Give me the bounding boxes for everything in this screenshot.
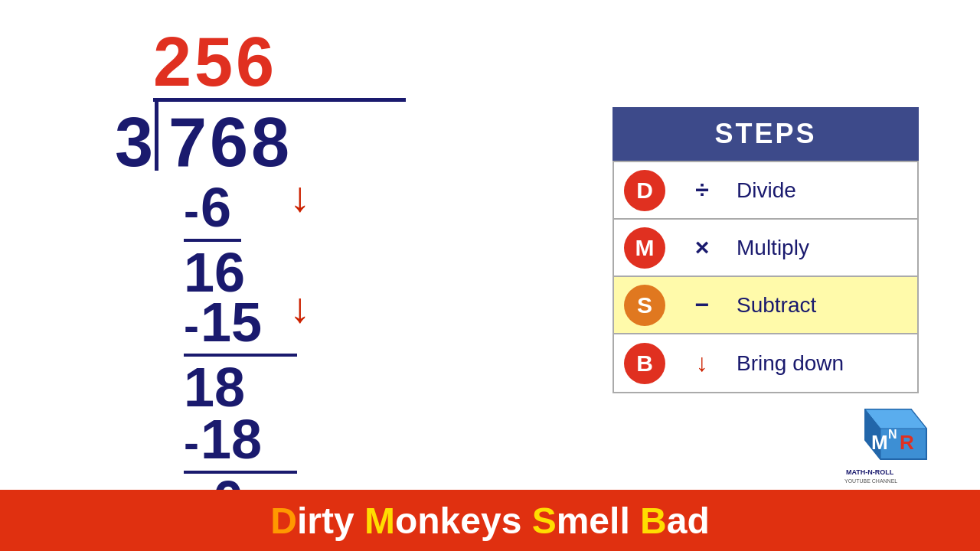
divisor: 3 xyxy=(115,103,153,182)
label-multiply: Multiply xyxy=(729,236,917,260)
circle-m: M xyxy=(624,227,665,269)
logo: M R N MATH-N-ROLL YOUTUBE CHANNEL xyxy=(842,394,934,486)
banner-d: D xyxy=(270,500,297,541)
steps-table: STEPS D ÷ Divide M × Multiply S − Subtra… xyxy=(612,107,919,393)
banner-s: S xyxy=(532,500,557,541)
step1-subtract: - 6 xyxy=(184,180,241,243)
steps-body: D ÷ Divide M × Multiply S − Subtract B ↓… xyxy=(612,161,919,393)
step-bring-down: B ↓ Bring down xyxy=(614,334,917,392)
step-multiply: M × Multiply xyxy=(614,220,917,277)
step3-subtract: - 1 5 xyxy=(184,295,297,358)
quotient: 256 xyxy=(153,23,277,102)
symbol-bring-down: ↓ xyxy=(675,349,729,377)
banner-monkeys: onkeys xyxy=(395,500,532,541)
step5-subtract: - 1 8 xyxy=(184,412,297,475)
svg-text:MATH-N-ROLL: MATH-N-ROLL xyxy=(846,468,894,476)
svg-text:M: M xyxy=(871,431,888,454)
logo-svg: M R N MATH-N-ROLL YOUTUBE CHANNEL xyxy=(842,394,934,486)
circle-s: S xyxy=(624,285,665,326)
circle-b: B xyxy=(624,343,665,384)
step-divide: D ÷ Divide xyxy=(614,162,917,220)
quotient-underline xyxy=(153,98,406,102)
division-bracket xyxy=(155,98,158,171)
bottom-banner: Dirty Monkeys Smell Bad xyxy=(0,490,980,551)
dividend: 768 xyxy=(168,103,292,182)
svg-text:R: R xyxy=(900,431,914,454)
banner-b: B xyxy=(640,500,667,541)
banner-bad: ad xyxy=(667,500,710,541)
arrow1: ↓ xyxy=(289,176,311,218)
symbol-multiply: × xyxy=(675,233,729,262)
svg-text:YOUTUBE CHANNEL: YOUTUBE CHANNEL xyxy=(844,478,897,484)
label-subtract: Subtract xyxy=(729,293,917,318)
banner-text: Dirty Monkeys Smell Bad xyxy=(270,500,710,542)
step-subtract: S − Subtract xyxy=(614,277,917,334)
banner-dirty: irty xyxy=(297,500,364,541)
steps-header: STEPS xyxy=(612,107,919,161)
step4-remainder: 1 8 xyxy=(184,360,245,415)
arrow2: ↓ xyxy=(289,287,311,329)
banner-smell: mell xyxy=(557,500,640,541)
symbol-subtract: − xyxy=(675,291,729,319)
label-divide: Divide xyxy=(729,178,917,203)
label-bring-down: Bring down xyxy=(729,351,917,376)
symbol-divide: ÷ xyxy=(675,176,729,204)
banner-m: M xyxy=(364,500,395,541)
svg-text:N: N xyxy=(888,428,897,441)
division-area: 256 3 768 - 6 1 6 - 1 5 1 8 xyxy=(92,15,490,505)
circle-d: D xyxy=(624,170,665,211)
